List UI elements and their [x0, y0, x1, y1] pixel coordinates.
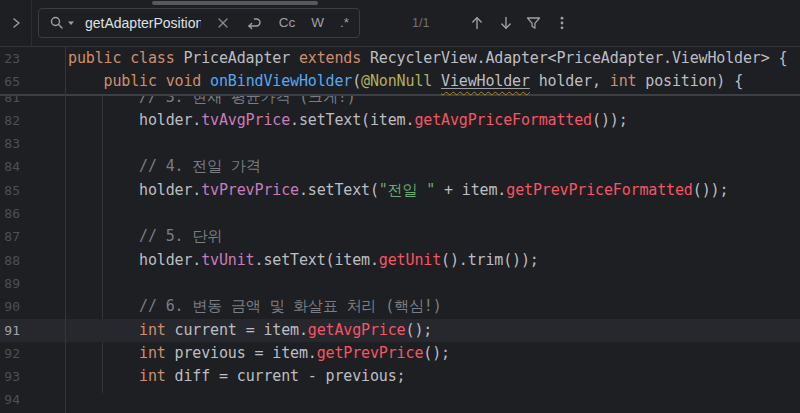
code-text[interactable]: // 6. 변동 금액 및 화살표 처리 (핵심!)	[65, 295, 800, 318]
code-text[interactable]: // 4. 전일 가격	[65, 155, 800, 178]
code-line[interactable]: 89	[0, 272, 800, 295]
code-scroll-area[interactable]: 81 // 3. 현재 평균가격 (크게!)82 holder.tvAvgPri…	[0, 96, 800, 413]
code-line[interactable]: 82 holder.tvAvgPrice.setText(item.getAvg…	[0, 109, 800, 132]
clear-search-icon[interactable]	[217, 17, 229, 29]
previous-match-icon[interactable]	[462, 15, 492, 31]
code-line[interactable]: 94	[0, 388, 800, 411]
code-line[interactable]: 84 // 4. 전일 가격	[0, 155, 800, 178]
code-line[interactable]: 92 int previous = item.getPrevPrice();	[0, 342, 800, 365]
next-match-icon[interactable]	[492, 15, 519, 31]
toggle-replace-button[interactable]	[0, 0, 32, 46]
chevron-right-icon	[9, 16, 23, 30]
line-number[interactable]: 84	[0, 155, 65, 178]
code-text[interactable]: public class PriceAdapter extends Recycl…	[65, 47, 800, 70]
line-number[interactable]: 90	[0, 295, 65, 318]
code-line[interactable]: 83	[0, 132, 800, 155]
code-line[interactable]: 91 int current = item.getAvgPrice();	[0, 319, 800, 342]
line-number[interactable]: 93	[0, 365, 65, 388]
code-text[interactable]: int diff = current - previous;	[65, 365, 800, 388]
search-history-caret-icon[interactable]	[67, 19, 75, 27]
filter-icon[interactable]	[519, 15, 548, 31]
code-text[interactable]: // 5. 단위	[65, 225, 800, 248]
more-options-icon[interactable]	[548, 15, 575, 31]
line-number[interactable]: 86	[0, 202, 65, 225]
code-text[interactable]: // 3. 현재 평균가격 (크게!)	[65, 96, 800, 109]
line-number[interactable]: 85	[0, 179, 65, 202]
line-number[interactable]: 65	[0, 70, 65, 93]
line-number[interactable]: 88	[0, 249, 65, 272]
code-line[interactable]: 65 public void onBindViewHolder(@NonNull…	[0, 70, 800, 93]
code-line[interactable]: 86	[0, 202, 800, 225]
sticky-lines-panel: 23public class PriceAdapter extends Recy…	[0, 47, 800, 96]
find-toolbar: getAdapterPosition Cc W .* 1/1	[0, 0, 800, 47]
line-number[interactable]: 89	[0, 272, 65, 295]
match-case-button[interactable]: Cc	[279, 8, 296, 38]
code-text[interactable]: public void onBindViewHolder(@NonNull Vi…	[65, 70, 800, 93]
warning-underlined-identifier: ViewHolder	[441, 72, 530, 90]
line-number[interactable]: 82	[0, 109, 65, 132]
line-number[interactable]: 87	[0, 225, 65, 248]
code-line[interactable]: 85 holder.tvPrevPrice.setText("전일 " + it…	[0, 179, 800, 202]
gutter-separator	[65, 47, 66, 413]
newline-icon[interactable]	[245, 15, 263, 31]
search-icon[interactable]	[49, 15, 65, 31]
code-text[interactable]: holder.tvPrevPrice.setText("전일 " + item.…	[65, 179, 800, 202]
search-input[interactable]: getAdapterPosition	[85, 15, 201, 31]
code-text[interactable]: holder.tvUnit.setText(item.getUnit().tri…	[65, 249, 800, 272]
code-text[interactable]	[65, 388, 800, 411]
line-number[interactable]: 94	[0, 388, 65, 411]
code-line[interactable]: 88 holder.tvUnit.setText(item.getUnit().…	[0, 249, 800, 272]
code-text[interactable]: int previous = item.getPrevPrice();	[65, 342, 800, 365]
line-number[interactable]: 81	[0, 96, 65, 109]
match-count: 1/1	[412, 16, 444, 30]
search-field[interactable]: getAdapterPosition Cc W .*	[38, 8, 360, 38]
code-text[interactable]: int current = item.getAvgPrice();	[65, 319, 800, 342]
code-text[interactable]	[65, 202, 800, 225]
code-text[interactable]	[65, 132, 800, 155]
code-line[interactable]: 87 // 5. 단위	[0, 225, 800, 248]
code-line[interactable]: 23public class PriceAdapter extends Recy…	[0, 47, 800, 70]
regex-button[interactable]: .*	[340, 8, 349, 38]
top-scrollbar-thumb[interactable]	[152, 1, 318, 5]
code-line[interactable]: 93 int diff = current - previous;	[0, 365, 800, 388]
line-number[interactable]: 92	[0, 342, 65, 365]
line-number[interactable]: 23	[0, 47, 65, 70]
whole-words-button[interactable]: W	[311, 8, 324, 38]
code-line[interactable]: 90 // 6. 변동 금액 및 화살표 처리 (핵심!)	[0, 295, 800, 318]
code-text[interactable]	[65, 272, 800, 295]
code-editor: 23public class PriceAdapter extends Recy…	[0, 47, 800, 413]
line-number[interactable]: 83	[0, 132, 65, 155]
code-text[interactable]: holder.tvAvgPrice.setText(item.getAvgPri…	[65, 109, 800, 132]
code-line[interactable]: 81 // 3. 현재 평균가격 (크게!)	[0, 96, 800, 109]
line-number[interactable]: 91	[0, 319, 65, 342]
